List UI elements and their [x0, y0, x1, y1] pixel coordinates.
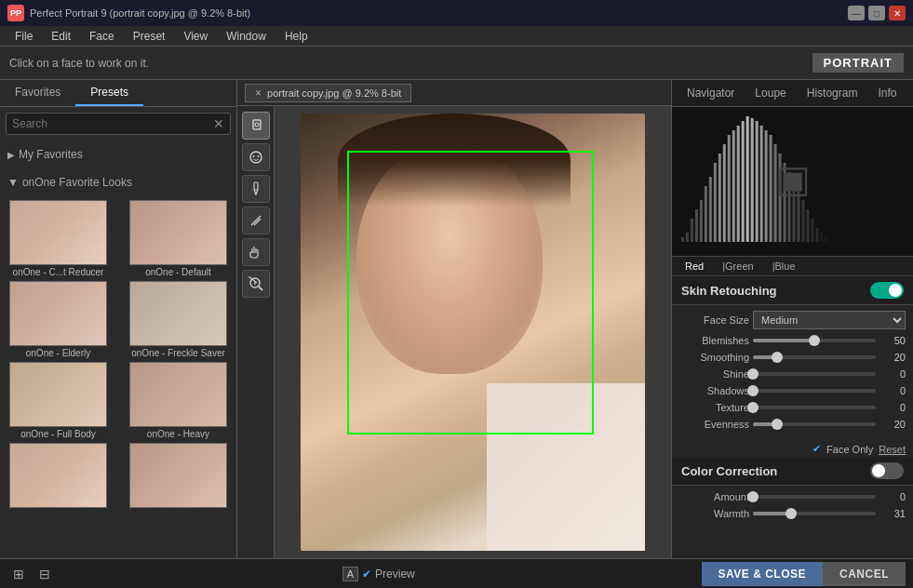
- rgb-tab-red[interactable]: Red: [678, 259, 711, 274]
- save-close-button[interactable]: SAVE & CLOSE: [702, 562, 823, 586]
- evenness-row: Evenness 20: [679, 419, 906, 430]
- list-item[interactable]: onOne - C...t Reducer: [0, 200, 116, 277]
- tab-favorites[interactable]: Favorites: [0, 80, 75, 106]
- texture-value: 0: [879, 402, 906, 413]
- center-area: × portrait copy.jpg @ 9.2% 8-bit: [237, 80, 671, 558]
- svg-rect-27: [746, 116, 749, 242]
- menu-help[interactable]: Help: [275, 28, 317, 45]
- svg-rect-43: [820, 233, 823, 242]
- svg-rect-22: [723, 144, 726, 242]
- search-bar: ✕: [6, 113, 231, 135]
- color-correction-toggle[interactable]: [870, 462, 904, 479]
- tab-loupe[interactable]: Loupe: [745, 84, 795, 102]
- face-size-select[interactable]: Small Medium Large: [753, 311, 906, 329]
- amount-label: Amount: [679, 491, 749, 502]
- menu-preset[interactable]: Preset: [124, 28, 175, 45]
- thumbnail-grid: onOne - C...t Reducer onOne - Default on…: [0, 196, 236, 514]
- shadows-label: Shadows: [679, 385, 749, 396]
- thumbnail-image: [9, 281, 107, 346]
- menu-window[interactable]: Window: [217, 28, 275, 45]
- svg-rect-39: [801, 200, 804, 242]
- grid-small-button[interactable]: ⊞: [7, 563, 30, 585]
- skin-retouching-toggle[interactable]: [870, 282, 904, 299]
- portrait-badge: PORTRAIT: [812, 53, 904, 73]
- svg-text:▣: ▣: [775, 157, 811, 198]
- menu-file[interactable]: File: [6, 28, 42, 45]
- amount-slider[interactable]: [753, 495, 876, 499]
- rgb-tab-green[interactable]: |Green: [715, 259, 760, 274]
- list-item[interactable]: onOne - Default: [120, 200, 236, 277]
- app-body: Click on a face to work on it. PORTRAIT …: [0, 47, 913, 588]
- grid-large-button[interactable]: ⊟: [34, 563, 56, 585]
- tab-close-icon[interactable]: ×: [255, 87, 262, 100]
- image-tab[interactable]: × portrait copy.jpg @ 9.2% 8-bit: [245, 84, 411, 102]
- face-tool-button[interactable]: [242, 143, 270, 171]
- svg-point-4: [257, 155, 259, 157]
- color-correction-controls: Amount 0 Warmth 31: [672, 486, 913, 530]
- menu-view[interactable]: View: [174, 28, 217, 45]
- rgb-tab-blue[interactable]: |Blue: [765, 259, 803, 274]
- face-only-label: Face Only: [826, 444, 873, 455]
- texture-slider[interactable]: [753, 406, 876, 409]
- face-only-checkmark[interactable]: ✔: [812, 443, 821, 455]
- svg-rect-30: [760, 126, 763, 242]
- color-correction-header[interactable]: Color Correction: [672, 457, 913, 486]
- brush-tool-button[interactable]: [242, 175, 270, 203]
- minimize-button[interactable]: —: [848, 6, 865, 20]
- warmth-slider[interactable]: [753, 512, 876, 515]
- zoom-tool-button[interactable]: [242, 270, 270, 298]
- thumbnail-image: [129, 200, 227, 265]
- select-tool-button[interactable]: [242, 112, 270, 140]
- blemishes-value: 50: [879, 335, 906, 346]
- menu-face[interactable]: Face: [80, 28, 124, 45]
- list-item[interactable]: onOne - Full Body: [0, 362, 116, 439]
- list-item[interactable]: [0, 443, 116, 510]
- list-item[interactable]: [120, 443, 236, 510]
- favorites-section: ▶ My Favorites: [0, 140, 236, 168]
- svg-rect-19: [709, 177, 712, 242]
- cancel-button[interactable]: CANCEL: [823, 562, 906, 586]
- thumbnail-image: [129, 362, 227, 427]
- histogram-area: ▣: [672, 107, 913, 256]
- preview-checkmark[interactable]: ✔: [362, 568, 371, 581]
- onone-header[interactable]: ▼ onOne Favorite Looks: [7, 172, 229, 193]
- tab-presets[interactable]: Presets: [75, 80, 143, 106]
- face-size-label: Face Size: [679, 314, 749, 326]
- evenness-slider[interactable]: [753, 422, 876, 426]
- list-item[interactable]: onOne - Heavy: [120, 362, 236, 439]
- svg-rect-0: [253, 120, 261, 129]
- maximize-button[interactable]: □: [868, 6, 885, 20]
- thumbnail-label: onOne - Full Body: [20, 429, 96, 439]
- instruction-text: Click on a face to work on it.: [9, 57, 149, 70]
- canvas-and-tools: [237, 106, 671, 558]
- face-size-row: Face Size Small Medium Large: [679, 311, 906, 329]
- app-logo: PP: [7, 5, 24, 21]
- close-button[interactable]: ✕: [889, 6, 906, 20]
- svg-rect-13: [681, 237, 684, 242]
- smoothing-slider[interactable]: [753, 355, 876, 359]
- bottom-left-tools: ⊞ ⊟: [7, 563, 56, 585]
- skin-retouching-header[interactable]: Skin Retouching: [672, 276, 913, 305]
- hand-tool-button[interactable]: [242, 238, 270, 266]
- tab-navigator[interactable]: Navigator: [678, 84, 744, 102]
- tab-histogram[interactable]: Histogram: [798, 84, 867, 102]
- eraser-tool-button[interactable]: [242, 207, 270, 234]
- blemishes-label: Blemishes: [679, 335, 749, 346]
- list-item[interactable]: onOne - Elderly: [0, 281, 116, 358]
- amount-row: Amount 0: [679, 491, 906, 502]
- search-input[interactable]: [12, 117, 213, 130]
- reset-button[interactable]: Reset: [879, 444, 906, 455]
- tab-info[interactable]: Info: [868, 84, 906, 102]
- clear-search-icon[interactable]: ✕: [213, 116, 224, 131]
- shadows-slider[interactable]: [753, 389, 876, 393]
- list-item[interactable]: onOne - Freckle Saver: [120, 281, 236, 358]
- shine-slider[interactable]: [753, 372, 876, 376]
- blemishes-slider[interactable]: [753, 339, 876, 342]
- my-favorites-header[interactable]: ▶ My Favorites: [7, 144, 229, 165]
- menu-edit[interactable]: Edit: [42, 28, 80, 45]
- blemishes-row: Blemishes 50: [679, 335, 906, 346]
- shadows-row: Shadows 0: [679, 385, 906, 396]
- thumbnail-label: onOne - Heavy: [147, 429, 209, 439]
- svg-line-9: [259, 287, 262, 290]
- window-controls: — □ ✕: [848, 6, 906, 20]
